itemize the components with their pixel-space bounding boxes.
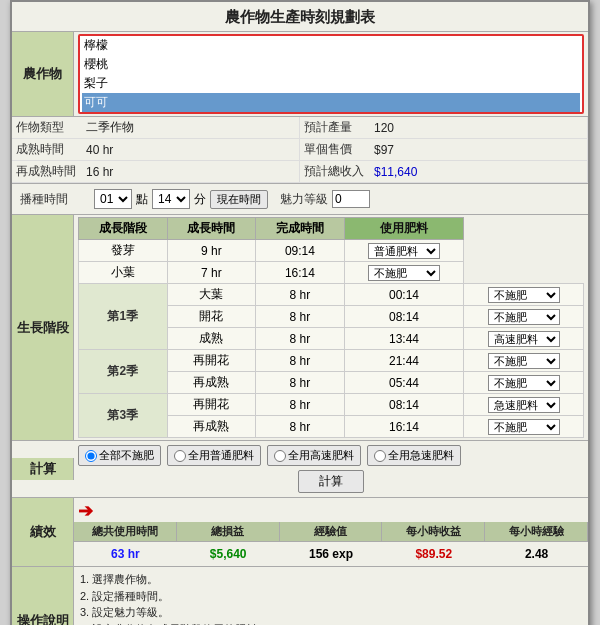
calc-section: 計算 全部不施肥 全用普通肥料 全用高速肥料 全用急速肥料 (12, 441, 588, 498)
duration-cell: 8 hr (256, 372, 345, 394)
maturity-row: 成熟時間 40 hr (12, 139, 300, 161)
fertilizer-select-3[interactable]: 普通肥料 不施肥 高速肥料 急速肥料 (488, 309, 560, 325)
stage-cell: 再成熟 (167, 416, 256, 438)
result-value-1: $5,640 (177, 545, 280, 563)
estimated-yield-value: 120 (374, 121, 394, 135)
total-income-value: $11,640 (374, 165, 417, 179)
re-maturity-label: 再成熟時間 (16, 163, 86, 180)
now-time-button[interactable]: 現在時間 (210, 190, 268, 209)
results-header-3: 每小時收益 (382, 522, 485, 541)
table-row: 第3季 再開花 8 hr 08:14 普通肥料 不施肥 高速肥料 急速肥料 (79, 394, 584, 416)
crop-type-value: 二季作物 (86, 119, 134, 136)
crop-option-4[interactable]: 西番蓮 (82, 112, 580, 114)
table-row: 發芽 9 hr 09:14 普通肥料 不施肥 高速肥料 急速肥料 (79, 240, 584, 262)
radio-fast-fertilizer[interactable]: 全用高速肥料 (267, 445, 361, 466)
calc-section-label: 計算 (12, 458, 74, 480)
crop-option-1[interactable]: 櫻桃 (82, 55, 580, 74)
table-row: 第1季 大葉 8 hr 00:14 普通肥料 不施肥 高速肥料 急速肥料 (79, 284, 584, 306)
calc-radio-row: 全部不施肥 全用普通肥料 全用高速肥料 全用急速肥料 (78, 445, 584, 466)
result-value-3: $89.52 (382, 545, 485, 563)
unit-price-row: 單個售價 $97 (300, 139, 588, 161)
minute-select[interactable]: 12 13 14 15 (152, 189, 190, 209)
charm-input[interactable] (332, 190, 370, 208)
plant-time-content: 播種時間 00 01 02 03 點 12 13 14 15 分 現在時間 魅力… (12, 184, 588, 214)
unit-price-value: $97 (374, 143, 394, 157)
results-header-4: 每小時經驗 (485, 522, 588, 541)
duration-cell: 8 hr (256, 350, 345, 372)
total-income-row: 預計總收入 $11,640 (300, 161, 588, 183)
hour-label: 點 (136, 191, 148, 208)
re-maturity-value: 16 hr (86, 165, 113, 179)
crop-type-row: 作物類型 二季作物 (12, 117, 300, 139)
radio-turbo-fertilizer[interactable]: 全用急速肥料 (367, 445, 461, 466)
fertilizer-select-7[interactable]: 普通肥料 不施肥 高速肥料 急速肥料 (488, 397, 560, 413)
season-cell: 第2季 (79, 350, 168, 394)
fertilizer-select-5[interactable]: 普通肥料 不施肥 高速肥料 急速肥料 (488, 353, 560, 369)
table-row: 第2季 再開花 8 hr 21:44 普通肥料 不施肥 高速肥料 急速肥料 (79, 350, 584, 372)
maturity-label: 成熟時間 (16, 141, 86, 158)
duration-cell: 7 hr (167, 262, 256, 284)
fertilizer-cell: 普通肥料 不施肥 高速肥料 急速肥料 (464, 328, 584, 350)
calc-action-row: 計算 (78, 470, 584, 493)
stage-cell: 開花 (167, 306, 256, 328)
total-income-label: 預計總收入 (304, 163, 374, 180)
crop-option-2[interactable]: 梨子 (82, 74, 580, 93)
results-header-0: 總共使用時間 (74, 522, 177, 541)
fertilizer-cell: 普通肥料 不施肥 高速肥料 急速肥料 (344, 240, 464, 262)
crop-section: 農作物 檸檬 櫻桃 梨子 可可 西番蓮 (12, 32, 588, 117)
duration-cell: 8 hr (256, 306, 345, 328)
plant-time-row: 播種時間 00 01 02 03 點 12 13 14 15 分 現在時間 魅力… (16, 186, 584, 212)
fertilizer-select-0[interactable]: 普通肥料 不施肥 高速肥料 急速肥料 (368, 243, 440, 259)
stage-cell: 小葉 (79, 262, 168, 284)
crop-info-grid: 作物類型 二季作物 預計產量 120 成熟時間 40 hr 單個售價 $97 再… (12, 117, 588, 183)
calc-button[interactable]: 計算 (298, 470, 364, 493)
radio-fast-fertilizer-label: 全用高速肥料 (288, 448, 354, 463)
fertilizer-select-4[interactable]: 普通肥料 不施肥 高速肥料 急速肥料 (488, 331, 560, 347)
radio-fast-fertilizer-input[interactable] (274, 450, 286, 462)
radio-turbo-fertilizer-input[interactable] (374, 450, 386, 462)
estimated-yield-row: 預計產量 120 (300, 117, 588, 139)
estimated-yield-label: 預計產量 (304, 119, 374, 136)
radio-no-fertilizer-input[interactable] (85, 450, 97, 462)
crop-option-0[interactable]: 檸檬 (82, 36, 580, 55)
results-content: ➔ 總共使用時間 總損益 經驗值 每小時收益 每小時經驗 63 hr $5,64… (74, 498, 588, 566)
fertilizer-cell: 普通肥料 不施肥 高速肥料 急速肥料 (344, 262, 464, 284)
growth-section-label: 生長階段 (12, 215, 74, 440)
page-title: 農作物生產時刻規劃表 (12, 2, 588, 32)
crop-type-label: 作物類型 (16, 119, 86, 136)
radio-normal-fertilizer-label: 全用普通肥料 (188, 448, 254, 463)
instruction-line-2: 3. 設定魅力等級。 (80, 604, 582, 621)
results-section-label: 績效 (12, 498, 74, 566)
growth-section: 生長階段 成長階段 成長時間 完成時間 使用肥料 發芽 9 hr (12, 215, 588, 441)
unit-price-label: 單個售價 (304, 141, 374, 158)
results-header-2: 經驗值 (280, 522, 383, 541)
duration-cell: 8 hr (256, 284, 345, 306)
finish-cell: 13:44 (344, 328, 464, 350)
crop-option-3[interactable]: 可可 (82, 93, 580, 112)
crop-listbox[interactable]: 檸檬 櫻桃 梨子 可可 西番蓮 (78, 34, 584, 114)
fertilizer-select-8[interactable]: 普通肥料 不施肥 高速肥料 急速肥料 (488, 419, 560, 435)
result-value-4: 2.48 (485, 545, 588, 563)
finish-cell: 00:14 (344, 284, 464, 306)
radio-normal-fertilizer[interactable]: 全用普通肥料 (167, 445, 261, 466)
fertilizer-select-6[interactable]: 普通肥料 不施肥 高速肥料 急速肥料 (488, 375, 560, 391)
stage-cell: 成熟 (167, 328, 256, 350)
fertilizer-select-1[interactable]: 普通肥料 不施肥 高速肥料 急速肥料 (368, 265, 440, 281)
stage-cell: 大葉 (167, 284, 256, 306)
fertilizer-cell: 普通肥料 不施肥 高速肥料 急速肥料 (464, 350, 584, 372)
season-cell: 第1季 (79, 284, 168, 350)
fertilizer-cell: 普通肥料 不施肥 高速肥料 急速肥料 (464, 306, 584, 328)
fertilizer-cell: 普通肥料 不施肥 高速肥料 急速肥料 (464, 372, 584, 394)
stage-cell: 再開花 (167, 394, 256, 416)
finish-cell: 16:14 (256, 262, 345, 284)
calc-content: 全部不施肥 全用普通肥料 全用高速肥料 全用急速肥料 計算 (74, 441, 588, 497)
growth-table-wrap: 成長階段 成長時間 完成時間 使用肥料 發芽 9 hr 09:14 (74, 215, 588, 440)
hour-select[interactable]: 00 01 02 03 (94, 189, 132, 209)
radio-no-fertilizer[interactable]: 全部不施肥 (78, 445, 161, 466)
stage-cell: 再開花 (167, 350, 256, 372)
radio-normal-fertilizer-input[interactable] (174, 450, 186, 462)
results-values: 63 hr $5,640 156 exp $89.52 2.48 (74, 542, 588, 566)
plant-time-label: 播種時間 (20, 191, 90, 208)
fertilizer-select-2[interactable]: 普通肥料 不施肥 高速肥料 急速肥料 (488, 287, 560, 303)
main-window: 農作物生產時刻規劃表 農作物 檸檬 櫻桃 梨子 可可 西番蓮 作物類型 二季作物… (10, 0, 590, 625)
